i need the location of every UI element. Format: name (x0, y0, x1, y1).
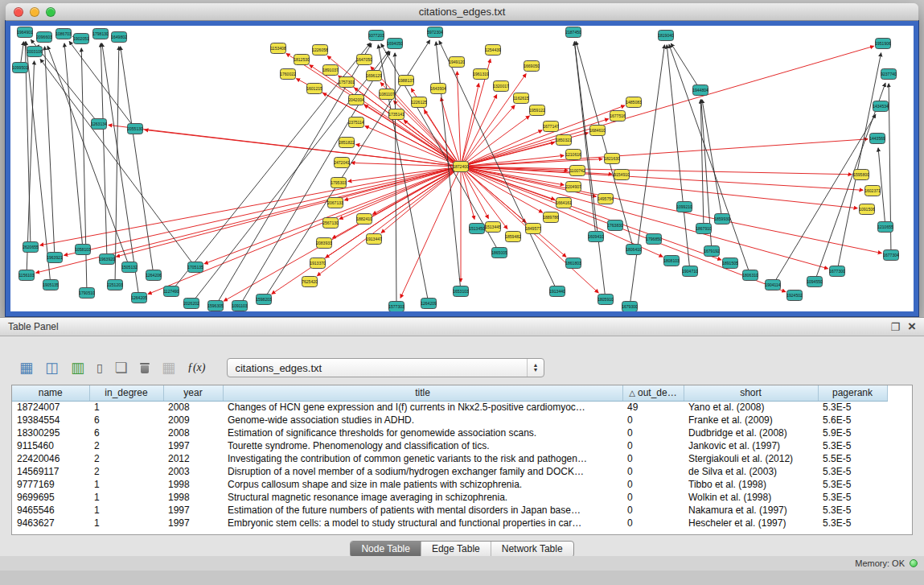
column-header-short[interactable]: short (684, 385, 818, 401)
window-titlebar[interactable]: citations_edges.txt (6, 3, 918, 21)
table-cell[interactable]: 0 (622, 465, 684, 478)
graph-node[interactable]: 1058103 (75, 245, 91, 255)
graph-edge[interactable] (272, 167, 461, 294)
table-cell[interactable]: 0 (622, 414, 684, 426)
table-cell[interactable]: Dudbridge et al. (2008) (684, 426, 818, 439)
table-row[interactable]: 946362711997Embryonic stem cells: a mode… (12, 517, 912, 529)
graph-node[interactable]: 1882410 (356, 214, 372, 225)
table-cell[interactable]: Franke et al. (2009) (684, 414, 818, 426)
graph-node[interactable]: 1596305 (207, 301, 224, 311)
graph-node[interactable]: 1443569 (869, 134, 885, 144)
column-header-name[interactable]: name (12, 385, 89, 401)
close-window-button[interactable] (14, 7, 23, 17)
tab-edge-table[interactable]: Edge Table (421, 542, 491, 557)
graph-node[interactable]: 1808103 (663, 256, 680, 266)
graph-node[interactable]: 1598203 (256, 295, 272, 305)
graph-node[interactable]: 1944804 (692, 85, 708, 96)
graph-node[interactable]: 1694050 (387, 39, 403, 49)
table-cell[interactable]: 5.3E-5 (818, 478, 887, 491)
network-canvas[interactable]: 1872400115340818125301760022122605818910… (10, 26, 914, 311)
table-cell[interactable]: 5.3E-5 (818, 491, 887, 504)
column-header-out-degree[interactable]: △out_de… (622, 385, 684, 401)
table-cell[interactable]: Investigating the contribution of common… (223, 452, 622, 465)
graph-edge[interactable] (461, 167, 827, 269)
row-options-icon[interactable]: ▯ (97, 360, 103, 376)
float-panel-icon[interactable]: ❐ (890, 321, 900, 333)
graph-node[interactable]: 1819040 (658, 31, 674, 41)
graph-node[interactable]: 1889786 (543, 212, 559, 223)
graph-edge[interactable] (671, 43, 700, 90)
table-cell[interactable]: 2 (89, 452, 163, 465)
graph-node[interactable]: 1210655 (877, 222, 893, 233)
graph-node[interactable]: 2187450 (565, 27, 581, 38)
graph-node[interactable]: 1264209 (421, 299, 437, 309)
graph-node[interactable]: 1806310 (742, 270, 758, 281)
graph-node[interactable]: 1872400 (453, 162, 469, 172)
table-cell[interactable]: Disruption of a novel member of a sodium… (223, 465, 622, 478)
graph-node[interactable]: 1669050 (524, 61, 540, 72)
table-cell[interactable]: 0 (622, 426, 684, 439)
edit-columns-icon[interactable]: ▥ (71, 360, 84, 376)
table-row[interactable]: 911546021997Tourette syndrome. Phenomeno… (12, 439, 912, 452)
tab-node-table[interactable]: Node Table (351, 542, 421, 557)
graph-node[interactable]: 1891505 (722, 258, 738, 269)
graph-node[interactable]: 1891037 (322, 65, 339, 76)
table-cell[interactable]: 1 (89, 504, 163, 517)
table-cell[interactable]: Corpus callosum shape and size in male p… (223, 478, 622, 491)
graph-node[interactable]: 1081107 (379, 89, 394, 100)
column-header-pagerank[interactable]: pagerank (818, 385, 887, 401)
table-cell[interactable]: 9777169 (12, 478, 89, 491)
graph-node[interactable]: 9377203 (368, 31, 384, 41)
graph-node[interactable]: 1162615 (513, 93, 528, 104)
table-cell[interactable]: 5.3E-5 (818, 465, 887, 478)
table-cell[interactable]: 0 (622, 452, 684, 465)
table-row[interactable]: 969969511998Structural magnetic resonanc… (12, 491, 912, 504)
close-panel-icon[interactable]: × (908, 321, 916, 332)
table-cell[interactable]: 0 (622, 491, 684, 504)
graph-node[interactable]: 1913447 (366, 234, 382, 245)
select-columns-icon[interactable]: ◫ (45, 360, 59, 376)
graph-node[interactable]: 1086703 (55, 29, 72, 39)
table-cell[interactable]: 18724007 (12, 401, 89, 414)
graph-node[interactable]: 1821630 (604, 154, 620, 164)
graph-node[interactable]: 1647050 (356, 55, 372, 65)
table-cell[interactable]: 1998 (163, 491, 223, 504)
graph-node[interactable]: 1913370 (310, 258, 326, 269)
table-cell[interactable]: Tibbo et al. (1998) (684, 478, 818, 491)
graph-node[interactable]: 1905135 (43, 280, 59, 290)
graph-edge[interactable] (461, 119, 609, 167)
graph-node[interactable]: 9237740 (881, 69, 897, 80)
graph-edge[interactable] (148, 167, 461, 294)
column-header-title[interactable]: title (223, 385, 622, 401)
graph-node[interactable]: 1963921 (47, 253, 63, 263)
graph-node[interactable]: 1677300 (829, 266, 845, 277)
graph-node[interactable]: 1806410 (626, 245, 642, 255)
graph-node[interactable]: 1849577 (525, 224, 541, 234)
graph-node[interactable]: 1664161 (556, 198, 572, 208)
graph-node[interactable]: 1677516 (610, 111, 626, 122)
table-cell[interactable]: 0 (622, 504, 684, 517)
graph-edge[interactable] (45, 47, 55, 257)
table-row[interactable]: 977716911998Corpus callosum shape and si… (12, 478, 912, 491)
graph-node[interactable]: 1684610 (589, 126, 606, 136)
graph-node[interactable]: 1091103 (232, 301, 247, 311)
graph-node[interactable]: 1264206 (146, 270, 162, 281)
graph-node[interactable]: 1226125 (411, 97, 427, 108)
graph-node[interactable]: 1602371 (864, 186, 881, 196)
graph-node[interactable]: 1850321 (556, 135, 572, 146)
graph-node[interactable]: 1760022 (280, 69, 296, 80)
table-cell[interactable]: 9115460 (12, 439, 89, 452)
graph-node[interactable]: 1859482 (505, 232, 521, 242)
function-builder-icon[interactable]: ƒ(x) (187, 360, 206, 376)
graph-node[interactable]: 1796850 (646, 234, 662, 245)
graph-edge[interactable] (425, 110, 461, 167)
graph-edge[interactable] (837, 53, 881, 271)
table-cell[interactable]: 5.3E-5 (818, 401, 887, 414)
graph-edge[interactable] (461, 95, 497, 167)
graph-edge[interactable] (461, 167, 786, 292)
graph-node[interactable]: 1763830 (607, 220, 623, 231)
table-cell[interactable]: 1 (89, 478, 163, 491)
graph-edge[interactable] (404, 121, 461, 167)
graph-edge[interactable] (117, 167, 461, 257)
table-cell[interactable]: Structural magnetic resonance image aver… (223, 491, 622, 504)
